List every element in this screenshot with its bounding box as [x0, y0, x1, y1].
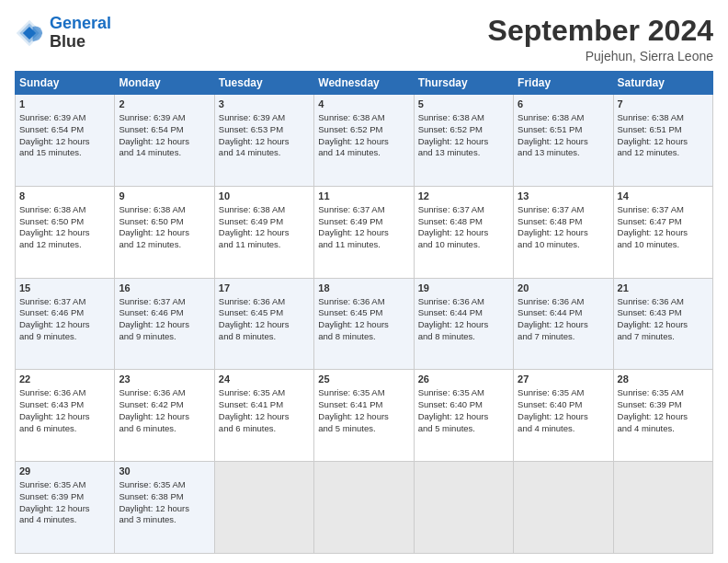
cell-line: Sunset: 6:40 PM [418, 399, 509, 411]
cell-line: Daylight: 12 hours [219, 136, 310, 148]
day-number: 10 [219, 190, 310, 203]
cell-line: Sunrise: 6:38 AM [219, 204, 310, 216]
logo-line1: General [50, 14, 111, 32]
day-header-friday: Friday [514, 72, 613, 95]
calendar-cell: 14Sunrise: 6:37 AMSunset: 6:47 PMDayligh… [613, 186, 712, 278]
cell-line: Sunrise: 6:38 AM [518, 112, 609, 124]
cell-line: Daylight: 12 hours [119, 136, 210, 148]
cell-line: and 4 minutes. [19, 514, 110, 526]
cell-line: Daylight: 12 hours [119, 227, 210, 239]
cell-line: Sunset: 6:53 PM [219, 124, 310, 136]
cell-line: Daylight: 12 hours [19, 411, 110, 423]
page: General Blue September 2024 Pujehun, Sie… [0, 0, 728, 563]
calendar-cell: 24Sunrise: 6:35 AMSunset: 6:41 PMDayligh… [214, 370, 313, 462]
cell-line: Sunset: 6:43 PM [19, 399, 110, 411]
cell-line: Sunrise: 6:38 AM [618, 112, 709, 124]
day-number: 23 [119, 373, 210, 386]
cell-line: Sunset: 6:49 PM [219, 216, 310, 228]
day-number: 5 [418, 98, 509, 111]
cell-line: and 6 minutes. [219, 423, 310, 435]
cell-line: Sunset: 6:40 PM [518, 399, 609, 411]
day-number: 29 [19, 465, 110, 478]
calendar-cell: 2Sunrise: 6:39 AMSunset: 6:54 PMDaylight… [115, 95, 214, 187]
cell-line: Sunset: 6:52 PM [418, 124, 509, 136]
cell-line: Sunrise: 6:35 AM [19, 479, 110, 491]
cell-line: and 13 minutes. [418, 147, 509, 159]
cell-line: Sunrise: 6:36 AM [318, 296, 409, 308]
day-number: 8 [19, 190, 110, 203]
calendar-cell: 23Sunrise: 6:36 AMSunset: 6:42 PMDayligh… [115, 370, 214, 462]
calendar-cell: 6Sunrise: 6:38 AMSunset: 6:51 PMDaylight… [514, 95, 613, 187]
cell-line: and 11 minutes. [318, 239, 409, 251]
week-row-3: 15Sunrise: 6:37 AMSunset: 6:46 PMDayligh… [16, 278, 713, 370]
cell-line: Sunset: 6:48 PM [418, 216, 509, 228]
calendar-cell: 10Sunrise: 6:38 AMSunset: 6:49 PMDayligh… [214, 186, 313, 278]
cell-line: Daylight: 12 hours [418, 319, 509, 331]
cell-line: Daylight: 12 hours [119, 411, 210, 423]
cell-line: and 12 minutes. [19, 239, 110, 251]
cell-line: Sunset: 6:46 PM [119, 307, 210, 319]
calendar-cell: 21Sunrise: 6:36 AMSunset: 6:43 PMDayligh… [613, 278, 712, 370]
cell-line: Sunrise: 6:36 AM [518, 296, 609, 308]
day-number: 4 [318, 98, 409, 111]
cell-line: Sunset: 6:44 PM [418, 307, 509, 319]
cell-line: Sunset: 6:45 PM [219, 307, 310, 319]
week-row-4: 22Sunrise: 6:36 AMSunset: 6:43 PMDayligh… [16, 370, 713, 462]
calendar-cell: 22Sunrise: 6:36 AMSunset: 6:43 PMDayligh… [16, 370, 115, 462]
day-number: 27 [518, 373, 609, 386]
cell-line: and 5 minutes. [318, 423, 409, 435]
cell-line: Daylight: 12 hours [19, 503, 110, 515]
week-row-2: 8Sunrise: 6:38 AMSunset: 6:50 PMDaylight… [16, 186, 713, 278]
cell-line: and 7 minutes. [618, 331, 709, 343]
cell-line: Sunset: 6:46 PM [19, 307, 110, 319]
cell-line: and 14 minutes. [119, 147, 210, 159]
cell-line: and 11 minutes. [219, 239, 310, 251]
cell-line: Sunset: 6:49 PM [318, 216, 409, 228]
cell-line: and 8 minutes. [418, 331, 509, 343]
calendar-cell: 8Sunrise: 6:38 AMSunset: 6:50 PMDaylight… [16, 186, 115, 278]
cell-line: and 14 minutes. [219, 147, 310, 159]
cell-line: Sunset: 6:43 PM [618, 307, 709, 319]
cell-line: and 10 minutes. [618, 239, 709, 251]
calendar-body: 1Sunrise: 6:39 AMSunset: 6:54 PMDaylight… [16, 95, 713, 554]
cell-line: Sunrise: 6:37 AM [418, 204, 509, 216]
day-header-wednesday: Wednesday [314, 72, 414, 95]
location: Pujehun, Sierra Leone [488, 49, 713, 63]
cell-line: Daylight: 12 hours [518, 227, 609, 239]
calendar-cell [214, 462, 313, 554]
cell-line: Sunrise: 6:38 AM [418, 112, 509, 124]
cell-line: and 8 minutes. [318, 331, 409, 343]
day-header-thursday: Thursday [414, 72, 513, 95]
cell-line: Sunrise: 6:36 AM [219, 296, 310, 308]
cell-line: and 6 minutes. [19, 423, 110, 435]
calendar-cell: 17Sunrise: 6:36 AMSunset: 6:45 PMDayligh… [214, 278, 313, 370]
cell-line: Sunset: 6:47 PM [618, 216, 709, 228]
cell-line: Sunrise: 6:36 AM [618, 296, 709, 308]
cell-line: Sunrise: 6:35 AM [119, 479, 210, 491]
day-number: 17 [219, 282, 310, 295]
cell-line: and 12 minutes. [119, 239, 210, 251]
logo: General Blue [15, 15, 111, 52]
cell-line: Daylight: 12 hours [318, 411, 409, 423]
cell-line: Sunset: 6:54 PM [119, 124, 210, 136]
calendar-cell: 25Sunrise: 6:35 AMSunset: 6:41 PMDayligh… [314, 370, 414, 462]
cell-line: Daylight: 12 hours [418, 411, 509, 423]
day-number: 24 [219, 373, 310, 386]
calendar-cell: 18Sunrise: 6:36 AMSunset: 6:45 PMDayligh… [314, 278, 414, 370]
day-number: 16 [119, 282, 210, 295]
cell-line: Sunset: 6:41 PM [219, 399, 310, 411]
calendar-cell: 13Sunrise: 6:37 AMSunset: 6:48 PMDayligh… [514, 186, 613, 278]
cell-line: Sunset: 6:41 PM [318, 399, 409, 411]
cell-line: Daylight: 12 hours [518, 136, 609, 148]
cell-line: Sunrise: 6:35 AM [318, 387, 409, 399]
day-number: 22 [19, 373, 110, 386]
calendar-cell: 19Sunrise: 6:36 AMSunset: 6:44 PMDayligh… [414, 278, 513, 370]
cell-line: Daylight: 12 hours [518, 411, 609, 423]
calendar-cell: 3Sunrise: 6:39 AMSunset: 6:53 PMDaylight… [214, 95, 313, 187]
day-number: 26 [418, 373, 509, 386]
week-row-5: 29Sunrise: 6:35 AMSunset: 6:39 PMDayligh… [16, 462, 713, 554]
cell-line: Daylight: 12 hours [19, 136, 110, 148]
day-header-saturday: Saturday [613, 72, 712, 95]
cell-line: Sunrise: 6:38 AM [119, 204, 210, 216]
cell-line: Daylight: 12 hours [19, 319, 110, 331]
